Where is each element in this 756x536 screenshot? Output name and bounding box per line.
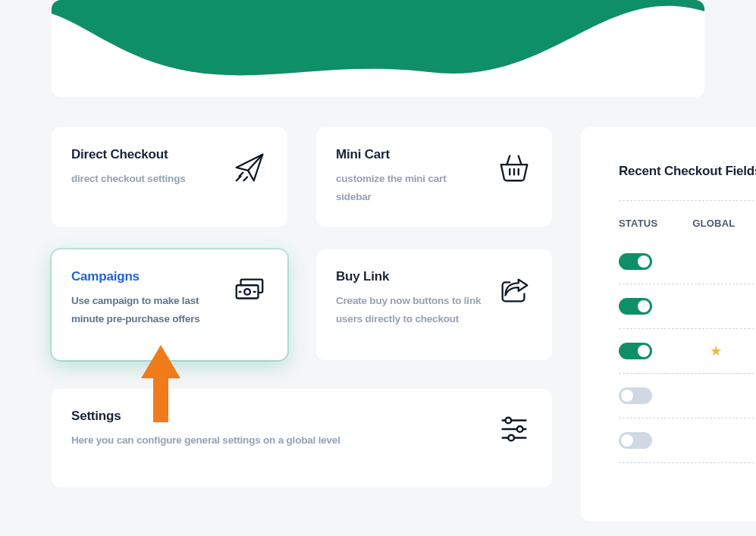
- basket-icon: [496, 150, 532, 185]
- sliders-icon: [496, 412, 532, 447]
- divider: [619, 200, 754, 201]
- panel-row: [619, 418, 754, 463]
- card-title: Direct Checkout: [71, 147, 186, 162]
- card-desc: Create buy now buttons to link users dir…: [336, 292, 482, 329]
- svg-point-3: [506, 417, 512, 423]
- status-toggle[interactable]: [619, 298, 652, 315]
- share-icon: [496, 272, 532, 307]
- hero-wave-svg: [52, 0, 704, 97]
- status-toggle[interactable]: [619, 343, 652, 359]
- card-settings[interactable]: Settings Here you can configure general …: [52, 389, 552, 487]
- card-title: Settings: [71, 409, 340, 424]
- panel-row: ★: [619, 329, 754, 374]
- card-title: Mini Cart: [336, 147, 482, 162]
- card-buy-link[interactable]: Buy Link Create buy now buttons to link …: [316, 249, 552, 360]
- status-toggle[interactable]: [619, 387, 652, 404]
- card-desc: Use campaign to make last minute pre-pur…: [71, 292, 218, 329]
- panel-rows: ★: [619, 240, 754, 463]
- card-direct-checkout[interactable]: Direct Checkout direct checkout settings: [52, 127, 287, 227]
- panel-row: [619, 240, 754, 284]
- col-global: GLOBAL: [692, 218, 735, 229]
- star-icon: ★: [710, 343, 722, 359]
- svg-point-4: [517, 426, 523, 432]
- col-status: STATUS: [619, 218, 657, 229]
- paper-plane-icon: [231, 150, 268, 185]
- cards-area: Direct Checkout direct checkout settings…: [52, 127, 552, 487]
- panel-title: Recent Checkout Fields: [619, 164, 754, 179]
- card-campaigns[interactable]: Campaigns Use campaign to make last minu…: [52, 249, 287, 360]
- panel-row: [619, 284, 754, 329]
- hero-banner: [52, 0, 704, 97]
- card-mini-cart[interactable]: Mini Cart customize the mini cart sideba…: [316, 127, 552, 227]
- card-desc: direct checkout settings: [71, 170, 186, 188]
- status-toggle[interactable]: [619, 432, 652, 449]
- svg-point-5: [508, 434, 514, 440]
- panel-row: [619, 374, 754, 418]
- status-toggle[interactable]: [619, 253, 652, 270]
- money-icon: [231, 272, 268, 307]
- card-desc: customize the mini cart sidebar: [336, 170, 482, 207]
- card-title: Campaigns: [71, 269, 218, 284]
- card-desc: Here you can configure general settings …: [71, 431, 340, 450]
- card-title: Buy Link: [336, 269, 482, 284]
- recent-checkout-fields-panel: Recent Checkout Fields STATUS GLOBAL ★: [581, 127, 756, 522]
